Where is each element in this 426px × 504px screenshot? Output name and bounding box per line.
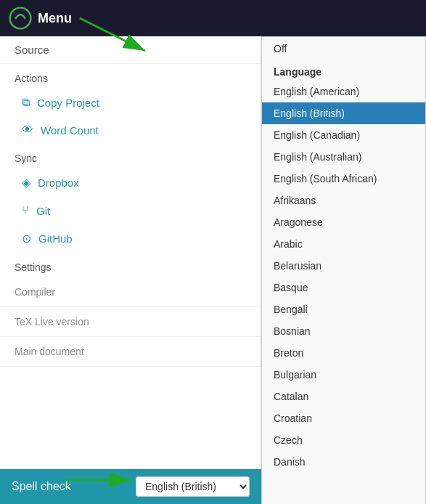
dropdown-item[interactable]: English (British) bbox=[262, 102, 425, 124]
dropdown-item[interactable]: Czech bbox=[262, 429, 425, 451]
dropdown-item[interactable]: Catalan bbox=[262, 386, 425, 407]
menu-label: Menu bbox=[38, 11, 72, 26]
dropdown-off[interactable]: Off bbox=[262, 37, 425, 60]
sidebar-item-compiler[interactable]: Compiler bbox=[0, 277, 261, 307]
word-count-label: Word Count bbox=[41, 124, 99, 137]
tex-live-label: TeX Live version bbox=[15, 316, 89, 328]
sidebar-actions-label: Actions bbox=[0, 64, 261, 89]
sidebar: Source Actions ⧉ Copy Project 👁 Word Cou… bbox=[0, 36, 261, 504]
top-bar: Menu bbox=[0, 0, 426, 36]
dropdown-item[interactable]: Arabic bbox=[262, 233, 425, 255]
git-label: Git bbox=[36, 205, 50, 217]
dropdown-item[interactable]: Bulgarian bbox=[262, 364, 425, 386]
sidebar-sync-label: Sync bbox=[0, 144, 261, 168]
main-container: Source Actions ⧉ Copy Project 👁 Word Cou… bbox=[0, 36, 426, 504]
dropbox-icon: ◈ bbox=[22, 176, 30, 190]
spell-check-select[interactable]: English (British) English (American) Off bbox=[136, 476, 250, 497]
sidebar-source-label: Source bbox=[0, 36, 261, 64]
compiler-label: Compiler bbox=[15, 286, 55, 298]
dropbox-label: Dropbox bbox=[38, 176, 79, 189]
sidebar-item-github[interactable]: ⊙ GitHub bbox=[0, 224, 261, 253]
copy-project-label: Copy Project bbox=[37, 97, 99, 109]
dropdown-item[interactable]: Bengali bbox=[262, 298, 425, 320]
dropdown-item[interactable]: Belarusian bbox=[262, 255, 425, 277]
dropdown-item[interactable]: English (South African) bbox=[262, 168, 425, 190]
git-icon: ⑂ bbox=[22, 204, 29, 217]
dropdown-item[interactable]: English (American) bbox=[262, 81, 425, 102]
svg-point-0 bbox=[10, 8, 31, 29]
dropdown-item[interactable]: Danish bbox=[262, 451, 425, 473]
github-label: GitHub bbox=[38, 232, 73, 245]
sidebar-settings-label: Settings bbox=[0, 253, 261, 277]
copy-icon: ⧉ bbox=[22, 96, 30, 109]
sidebar-item-main-document[interactable]: Main document bbox=[0, 337, 261, 367]
sidebar-item-git[interactable]: ⑂ Git bbox=[0, 197, 261, 224]
spell-check-label: Spell check bbox=[12, 480, 71, 493]
dropdown-item[interactable]: English (Canadian) bbox=[262, 124, 425, 146]
sidebar-item-tex-live[interactable]: TeX Live version bbox=[0, 307, 261, 337]
dropdown-language-label: Language bbox=[262, 60, 425, 81]
spell-check-bar: Spell check English (British) English (A… bbox=[0, 469, 261, 504]
dropdown-item[interactable]: Croatian bbox=[262, 407, 425, 429]
github-icon: ⊙ bbox=[22, 232, 31, 245]
dropdown-item[interactable]: Bosnian bbox=[262, 320, 425, 342]
dropdown-item[interactable]: English (Australian) bbox=[262, 146, 425, 168]
logo-icon bbox=[9, 7, 32, 30]
main-document-label: Main document bbox=[15, 346, 84, 357]
sidebar-item-dropbox[interactable]: ◈ Dropbox bbox=[0, 168, 261, 197]
sidebar-item-word-count[interactable]: 👁 Word Count bbox=[0, 116, 261, 144]
dropdown-panel: Off Language English (American)English (… bbox=[261, 36, 426, 504]
eye-icon: 👁 bbox=[22, 123, 33, 137]
dropdown-item[interactable]: Breton bbox=[262, 342, 425, 364]
dropdown-item[interactable]: Aragonese bbox=[262, 211, 425, 233]
sidebar-item-copy-project[interactable]: ⧉ Copy Project bbox=[0, 89, 261, 116]
dropdown-item[interactable]: Afrikaans bbox=[262, 190, 425, 211]
dropdown-item[interactable]: Basque bbox=[262, 277, 425, 298]
